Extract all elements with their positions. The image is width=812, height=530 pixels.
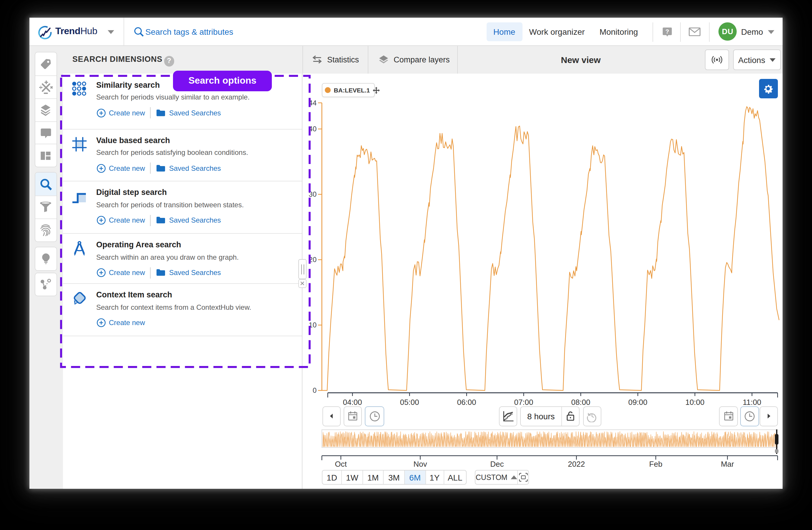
svg-text:04:00: 04:00 xyxy=(343,398,362,407)
svg-text:07:00: 07:00 xyxy=(514,398,533,407)
svg-text:Mar: Mar xyxy=(721,460,734,469)
svg-text:06:00: 06:00 xyxy=(457,398,476,407)
svg-text:08:00: 08:00 xyxy=(571,398,590,407)
svg-text:11:00: 11:00 xyxy=(742,398,761,407)
svg-text:Nov: Nov xyxy=(414,460,427,469)
svg-text:?: ? xyxy=(665,28,669,35)
svg-text:Dec: Dec xyxy=(490,460,504,469)
svg-text:2022: 2022 xyxy=(568,460,585,469)
svg-text:09:00: 09:00 xyxy=(628,398,647,407)
svg-text:0: 0 xyxy=(313,386,317,394)
svg-text:10:00: 10:00 xyxy=(685,398,704,407)
svg-text:Oct: Oct xyxy=(335,460,347,469)
svg-text:05:00: 05:00 xyxy=(400,398,419,407)
svg-text:Feb: Feb xyxy=(649,460,663,469)
